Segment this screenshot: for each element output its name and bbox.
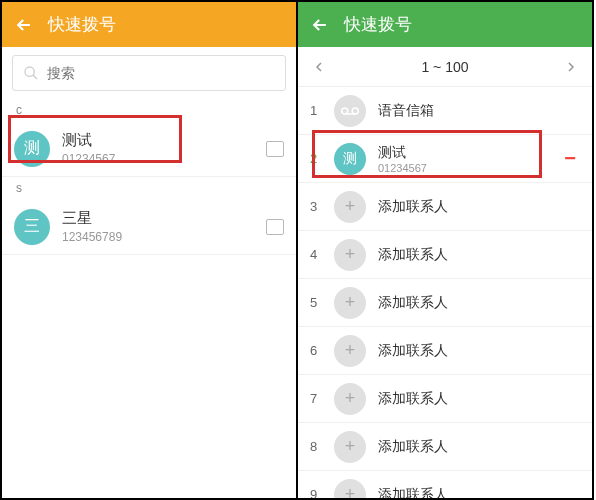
right-panel: 快速拨号 1 ~ 100 1 语音信箱 2 测 测试 01234567 − 3 — [296, 0, 594, 500]
remove-icon[interactable]: − — [564, 147, 576, 170]
left-panel: 快速拨号 c 测 测试 01234567 s 三 三星 123456789 — [0, 0, 298, 500]
sim-icon — [266, 219, 284, 235]
avatar: 测 — [14, 131, 50, 167]
speed-dial-row[interactable]: 1 语音信箱 — [298, 87, 592, 135]
slot-label: 添加联系人 — [378, 342, 580, 360]
slot-number: 2 — [310, 151, 334, 166]
avatar: 测 — [334, 143, 366, 175]
contact-info: 三星 123456789 — [62, 209, 266, 244]
add-icon: + — [334, 431, 366, 463]
speed-dial-row[interactable]: 7 + 添加联系人 — [298, 375, 592, 423]
contact-row[interactable]: 测 测试 01234567 — [2, 121, 296, 177]
slot-number: 1 — [310, 103, 334, 118]
add-icon: + — [334, 239, 366, 271]
speed-dial-row[interactable]: 4 + 添加联系人 — [298, 231, 592, 279]
contact-info: 测试 01234567 — [62, 131, 266, 166]
contact-row[interactable]: 三 三星 123456789 — [2, 199, 296, 255]
svg-point-0 — [25, 67, 34, 76]
voicemail-icon — [334, 95, 366, 127]
header: 快速拨号 — [2, 2, 296, 47]
contact-name: 测试 — [62, 131, 266, 150]
slot-list: 1 语音信箱 2 测 测试 01234567 − 3 + 添加联系人 4 + 添… — [298, 87, 592, 498]
add-icon: + — [334, 191, 366, 223]
slot-number: 6 — [310, 343, 334, 358]
back-icon[interactable] — [14, 15, 34, 35]
slot-label: 添加联系人 — [378, 390, 580, 408]
header: 快速拨号 — [298, 2, 592, 47]
speed-dial-row[interactable]: 8 + 添加联系人 — [298, 423, 592, 471]
add-icon: + — [334, 287, 366, 319]
slot-number: 4 — [310, 247, 334, 262]
avatar: 三 — [14, 209, 50, 245]
add-icon: + — [334, 479, 366, 499]
svg-point-2 — [352, 108, 358, 114]
add-icon: + — [334, 383, 366, 415]
slot-label: 添加联系人 — [378, 438, 580, 456]
slot-label: 语音信箱 — [378, 102, 580, 120]
slot-label: 添加联系人 — [378, 198, 580, 216]
search-box[interactable] — [12, 55, 286, 91]
slot-number: 3 — [310, 199, 334, 214]
page-title: 快速拨号 — [48, 13, 116, 36]
add-icon: + — [334, 335, 366, 367]
chevron-left-icon[interactable] — [314, 62, 324, 72]
speed-dial-row[interactable]: 6 + 添加联系人 — [298, 327, 592, 375]
sim-icon — [266, 141, 284, 157]
range-text: 1 ~ 100 — [421, 59, 468, 75]
slot-label: 测试 — [378, 144, 564, 162]
slot-number: 9 — [310, 487, 334, 498]
slot-number: 8 — [310, 439, 334, 454]
speed-dial-row[interactable]: 5 + 添加联系人 — [298, 279, 592, 327]
search-input[interactable] — [47, 65, 275, 81]
svg-point-1 — [342, 108, 348, 114]
contact-number: 123456789 — [62, 230, 266, 244]
slot-number: 7 — [310, 391, 334, 406]
speed-dial-row[interactable]: 2 测 测试 01234567 − — [298, 135, 592, 183]
page-title: 快速拨号 — [344, 13, 412, 36]
section-header-c: c — [2, 99, 296, 121]
range-bar: 1 ~ 100 — [298, 47, 592, 87]
slot-number-sub: 01234567 — [378, 162, 564, 174]
contact-info: 测试 01234567 — [378, 144, 564, 174]
slot-label: 添加联系人 — [378, 486, 580, 499]
back-icon[interactable] — [310, 15, 330, 35]
slot-number: 5 — [310, 295, 334, 310]
slot-label: 添加联系人 — [378, 246, 580, 264]
slot-label: 添加联系人 — [378, 294, 580, 312]
contact-name: 三星 — [62, 209, 266, 228]
speed-dial-row[interactable]: 9 + 添加联系人 — [298, 471, 592, 498]
contact-number: 01234567 — [62, 152, 266, 166]
search-icon — [23, 65, 39, 81]
chevron-right-icon[interactable] — [566, 62, 576, 72]
speed-dial-row[interactable]: 3 + 添加联系人 — [298, 183, 592, 231]
section-header-s: s — [2, 177, 296, 199]
